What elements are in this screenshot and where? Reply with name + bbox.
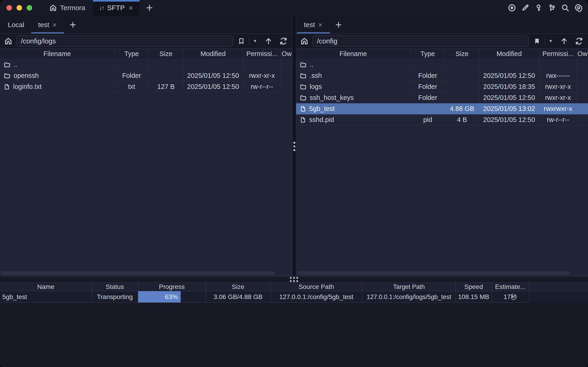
divider bbox=[544, 37, 545, 45]
left-file-table: Filename Type Size Modified Permissi... … bbox=[0, 49, 292, 276]
chevron-down-icon[interactable]: ▼ bbox=[251, 36, 259, 46]
sftp-panes: Local test × bbox=[0, 16, 588, 276]
left-add-tab-button[interactable] bbox=[64, 16, 82, 33]
refresh-icon[interactable] bbox=[278, 36, 289, 46]
table-row-selected[interactable]: 5gb_test 4.88 GB 2025/01/05 13:02 rwxrwx… bbox=[296, 103, 588, 114]
right-file-table: Filename Type Size Modified Permissi... … bbox=[296, 49, 588, 276]
column-header-speed[interactable]: Speed bbox=[456, 283, 492, 291]
column-header-size[interactable]: Size bbox=[445, 49, 479, 59]
table-row[interactable]: ssh_host_keys Folder 2025/01/05 12:50 rw… bbox=[296, 92, 588, 103]
home-icon[interactable] bbox=[299, 37, 309, 45]
column-header-progress[interactable]: Progress bbox=[138, 283, 206, 291]
splitter-handle[interactable] bbox=[293, 142, 295, 151]
column-header-size[interactable]: Size bbox=[206, 283, 271, 291]
filename: sshd.pid bbox=[309, 116, 334, 124]
tab-sftp[interactable]: ↓↑ SFTP × bbox=[93, 0, 139, 16]
table-row[interactable]: openssh Folder 2025/01/05 12:50 rwxr-xr-… bbox=[0, 70, 292, 81]
scrollbar-thumb[interactable] bbox=[297, 271, 570, 275]
record-icon[interactable] bbox=[508, 3, 516, 12]
left-path-input[interactable] bbox=[17, 36, 233, 47]
left-path-tools: ▼ bbox=[236, 36, 289, 46]
column-header-modified[interactable]: Modified bbox=[479, 49, 539, 59]
folder-icon bbox=[300, 61, 307, 68]
new-tab-button[interactable] bbox=[139, 0, 159, 16]
column-header-owner[interactable]: Ow bbox=[577, 49, 588, 59]
tab-termora[interactable]: Termora bbox=[41, 0, 93, 16]
up-directory-icon[interactable] bbox=[263, 36, 274, 46]
tab-test-label: test bbox=[304, 21, 315, 29]
column-header-permissions[interactable]: Permissi... bbox=[243, 49, 281, 59]
tab-local-label: Local bbox=[8, 21, 24, 29]
transfer-splitter[interactable] bbox=[0, 276, 588, 283]
column-header-filename[interactable]: Filename bbox=[0, 49, 114, 59]
transfer-size: 3.06 GB/4.88 GB bbox=[206, 291, 271, 303]
right-horizontal-scrollbar[interactable] bbox=[296, 271, 588, 275]
left-horizontal-scrollbar[interactable] bbox=[0, 271, 292, 275]
tab-test-left[interactable]: test × bbox=[31, 16, 64, 33]
transfer-row[interactable]: 5gb_test Transporting 63% 3.06 GB/4.88 G… bbox=[0, 291, 588, 303]
column-header-type[interactable]: Type bbox=[410, 49, 445, 59]
termora-window: Termora ↓↑ SFTP × bbox=[0, 0, 588, 367]
file-icon bbox=[300, 105, 306, 112]
transfer-name: 5gb_test bbox=[0, 291, 92, 303]
column-header-target-path[interactable]: Target Path bbox=[362, 283, 456, 291]
right-add-tab-button[interactable] bbox=[330, 16, 347, 33]
column-header-permissions[interactable]: Permissi... bbox=[539, 49, 577, 59]
transfer-speed: 108.15 MB bbox=[456, 291, 492, 303]
left-pane-tabs: Local test × bbox=[0, 16, 292, 34]
splitter-handle[interactable] bbox=[290, 277, 298, 282]
folder-icon bbox=[300, 94, 307, 101]
column-header-estimate[interactable]: Estimate... bbox=[492, 283, 529, 291]
close-icon[interactable]: × bbox=[318, 21, 323, 28]
filename: openssh bbox=[14, 72, 39, 79]
column-header-filename[interactable]: Filename bbox=[296, 49, 410, 59]
transfer-progress-cell: 63% bbox=[138, 291, 206, 303]
column-header-status[interactable]: Status bbox=[92, 283, 138, 291]
key-icon[interactable] bbox=[534, 3, 543, 12]
edit-icon[interactable] bbox=[521, 3, 530, 12]
left-pathbar: ▼ bbox=[0, 34, 292, 49]
up-directory-icon[interactable] bbox=[559, 36, 570, 46]
scrollbar-thumb[interactable] bbox=[0, 271, 275, 275]
table-row[interactable]: .. bbox=[0, 59, 292, 70]
bookmark-icon[interactable] bbox=[236, 36, 247, 46]
tab-test-right[interactable]: test × bbox=[297, 16, 330, 33]
right-path-input[interactable] bbox=[313, 36, 529, 47]
file-icon bbox=[4, 83, 10, 90]
column-header-source-path[interactable]: Source Path bbox=[271, 283, 362, 291]
column-header-type[interactable]: Type bbox=[114, 49, 149, 59]
table-row[interactable]: sshd.pid pid 4 B 2025/01/05 12:50 rw-r--… bbox=[296, 114, 588, 125]
bookmark-filled-icon[interactable] bbox=[532, 36, 542, 46]
folder-icon bbox=[300, 83, 307, 90]
transfer-header: Name Status Progress Size Source Path Ta… bbox=[0, 283, 588, 291]
chevron-down-icon[interactable]: ▼ bbox=[547, 36, 554, 46]
settings-icon[interactable] bbox=[574, 3, 583, 12]
right-table-header: Filename Type Size Modified Permissi... … bbox=[296, 49, 588, 59]
home-icon[interactable] bbox=[3, 37, 13, 45]
filename: logs bbox=[310, 83, 322, 91]
table-row[interactable]: .ssh Folder 2025/01/05 12:50 rwx------ bbox=[296, 70, 588, 81]
table-row[interactable]: loginfo.txt txt 127 B 2025/01/05 12:50 r… bbox=[0, 81, 292, 92]
maximize-window-button[interactable] bbox=[27, 5, 32, 11]
minimize-window-button[interactable] bbox=[17, 5, 22, 11]
right-pathbar: ▼ bbox=[296, 34, 588, 49]
refresh-icon[interactable] bbox=[573, 36, 585, 46]
table-row[interactable]: logs Folder 2025/01/05 18:35 rwxr-xr-x bbox=[296, 81, 588, 92]
table-row[interactable]: .. bbox=[296, 59, 588, 70]
close-window-button[interactable] bbox=[7, 5, 12, 11]
close-sftp-tab-icon[interactable]: × bbox=[128, 4, 134, 12]
search-icon[interactable] bbox=[561, 3, 570, 12]
transfer-estimate: 17秒 bbox=[492, 291, 529, 303]
close-icon[interactable]: × bbox=[52, 21, 57, 28]
filename: .. bbox=[14, 61, 17, 68]
filename: 5gb_test bbox=[309, 105, 335, 113]
column-header-size[interactable]: Size bbox=[149, 49, 183, 59]
tab-local[interactable]: Local bbox=[1, 16, 31, 33]
column-header-name[interactable]: Name bbox=[0, 283, 92, 291]
pane-splitter[interactable] bbox=[292, 16, 296, 276]
filename: loginfo.txt bbox=[13, 83, 42, 91]
keychain-icon[interactable] bbox=[547, 3, 556, 12]
column-header-owner[interactable]: Ow bbox=[281, 49, 292, 59]
transfer-target-path: 127.0.0.1:/config/logs/5gb_test bbox=[362, 291, 456, 303]
column-header-modified[interactable]: Modified bbox=[183, 49, 243, 59]
